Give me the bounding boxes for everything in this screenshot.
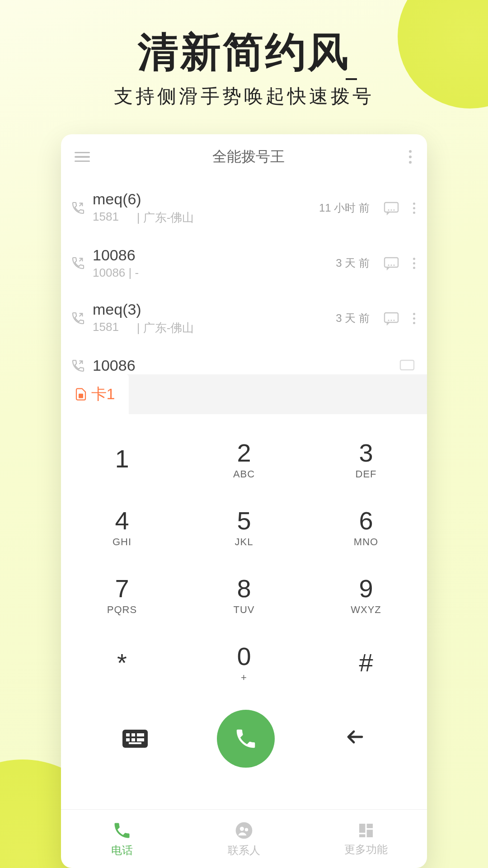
svg-point-3 (394, 209, 395, 211)
sim-tab-1[interactable]: 卡1 (61, 374, 129, 414)
call-time: 11 小时 前 (319, 201, 370, 215)
call-location: | 广东-佛山 (137, 320, 194, 336)
app-title: 全能拨号王 (212, 147, 285, 167)
sim-label: 卡1 (91, 384, 115, 405)
svg-rect-13 (79, 394, 83, 398)
dial-actions (61, 696, 427, 786)
key-9[interactable]: 9WXYZ (305, 561, 427, 628)
call-number: 10086 | - (93, 266, 139, 280)
more-icon[interactable] (407, 148, 413, 165)
bottom-nav: 电话 联系人 更多功能 (61, 809, 427, 868)
nav-label: 电话 (111, 843, 133, 858)
outgoing-call-icon (71, 359, 85, 373)
svg-point-2 (391, 209, 392, 211)
nav-label: 更多功能 (344, 842, 388, 857)
svg-rect-17 (359, 824, 365, 833)
svg-rect-19 (367, 830, 373, 837)
key-0[interactable]: 0+ (183, 628, 305, 696)
message-icon[interactable] (383, 201, 399, 215)
call-time: 3 天 前 (336, 311, 370, 326)
key-7[interactable]: 7PQRS (61, 561, 183, 628)
sim-icon (75, 387, 87, 401)
call-detail: 10086 | - (93, 266, 328, 280)
svg-point-1 (388, 209, 389, 211)
call-name: 10086 (93, 246, 328, 264)
call-log-item[interactable]: 10086 10086 | - 3 天 前 (61, 236, 427, 290)
svg-point-5 (388, 264, 389, 266)
call-log-item[interactable]: 10086 (61, 346, 427, 374)
call-info: 10086 (93, 357, 385, 374)
svg-rect-18 (367, 824, 373, 828)
nav-more[interactable]: 更多功能 (305, 810, 427, 868)
key-star[interactable]: * (61, 628, 183, 696)
nav-contacts[interactable]: 联系人 (183, 810, 305, 868)
key-8[interactable]: 8TUV (183, 561, 305, 628)
key-hash[interactable]: # (305, 628, 427, 696)
call-info: meq(3) 1581 | 广东-佛山 (93, 301, 328, 336)
call-number: 1581 (93, 210, 119, 226)
phone-icon (234, 726, 258, 751)
call-name: 10086 (93, 357, 385, 374)
hero-title-text: 清新简约风 (138, 29, 350, 75)
message-icon[interactable] (399, 359, 415, 373)
call-name: meq(3) (93, 301, 328, 318)
backspace-icon[interactable] (344, 724, 366, 754)
svg-point-15 (240, 826, 244, 830)
svg-point-11 (394, 320, 395, 321)
contacts-tab-icon (234, 821, 254, 840)
call-log-item[interactable]: meq(3) 1581 | 广东-佛山 3 天 前 (61, 290, 427, 346)
key-2[interactable]: 2ABC (183, 425, 305, 493)
hero-subtitle: 支持侧滑手势唤起快速拨号 (0, 84, 488, 109)
hero-underline (346, 78, 357, 80)
hero-title: 清新简约风 (0, 25, 488, 80)
message-icon[interactable] (383, 256, 399, 270)
key-5[interactable]: 5JKL (183, 493, 305, 561)
call-detail: 1581 | 广东-佛山 (93, 210, 312, 226)
svg-point-10 (391, 320, 392, 321)
key-4[interactable]: 4GHI (61, 493, 183, 561)
sim-tab-bar: 卡1 (61, 374, 427, 414)
outgoing-call-icon (71, 311, 85, 326)
call-log-item[interactable]: meq(6) 1581 | 广东-佛山 11 小时 前 (61, 179, 427, 236)
message-icon[interactable] (383, 311, 399, 326)
phone-tab-icon (112, 821, 132, 840)
phone-frame: 全能拨号王 meq(6) 1581 | 广东-佛山 11 小时 前 10086 (61, 134, 427, 868)
call-info: 10086 10086 | - (93, 246, 328, 280)
svg-point-16 (245, 828, 248, 831)
more-tab-icon (357, 821, 375, 840)
outgoing-call-icon (71, 256, 85, 270)
call-number: 1581 (93, 320, 119, 336)
item-more-icon[interactable] (413, 258, 415, 269)
call-detail: 1581 | 广东-佛山 (93, 320, 328, 336)
call-log: meq(6) 1581 | 广东-佛山 11 小时 前 10086 10086 … (61, 179, 427, 374)
item-more-icon[interactable] (413, 203, 415, 214)
nav-phone[interactable]: 电话 (61, 810, 183, 868)
nav-label: 联系人 (228, 843, 260, 858)
svg-rect-20 (359, 834, 365, 837)
call-time: 3 天 前 (336, 256, 370, 270)
call-name: meq(6) (93, 190, 312, 208)
call-info: meq(6) 1581 | 广东-佛山 (93, 190, 312, 226)
menu-icon[interactable] (75, 152, 90, 162)
dial-button[interactable] (217, 710, 275, 768)
key-1[interactable]: 1 (61, 425, 183, 493)
dial-keypad: 1 2ABC 3DEF 4GHI 5JKL 6MNO 7PQRS 8TUV 9W… (61, 425, 427, 696)
key-6[interactable]: 6MNO (305, 493, 427, 561)
topbar: 全能拨号王 (61, 134, 427, 179)
svg-point-6 (391, 264, 392, 266)
item-more-icon[interactable] (413, 313, 415, 324)
key-3[interactable]: 3DEF (305, 425, 427, 493)
svg-point-7 (394, 264, 395, 266)
svg-point-9 (388, 320, 389, 321)
svg-rect-12 (400, 360, 414, 370)
call-location: | 广东-佛山 (137, 210, 194, 226)
svg-point-14 (236, 822, 253, 839)
keyboard-toggle-icon[interactable] (122, 730, 148, 748)
outgoing-call-icon (71, 201, 85, 215)
